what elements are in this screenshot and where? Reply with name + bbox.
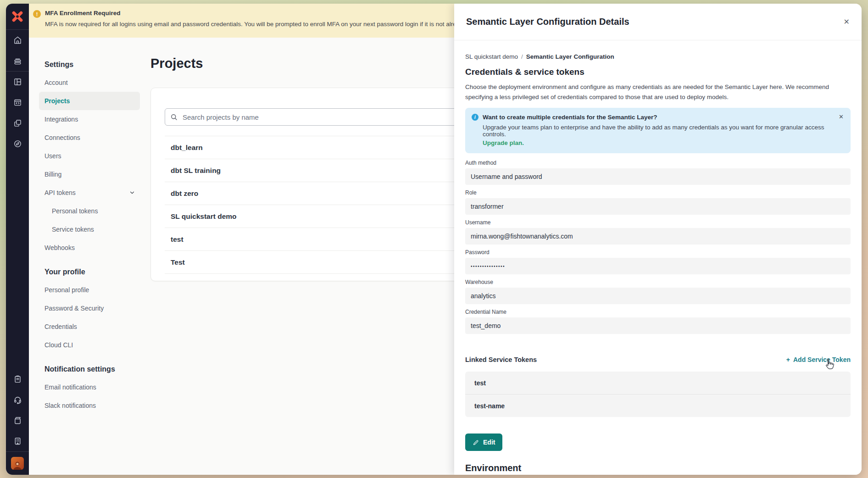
auth-method-label: Auth method xyxy=(465,160,851,166)
sidebar-item-personal-profile[interactable]: Personal profile xyxy=(39,281,140,299)
app-window: ! MFA Enrollment Required MFA is now req… xyxy=(6,4,862,475)
search-icon xyxy=(170,113,178,121)
profile-section-title: Your profile xyxy=(45,268,145,276)
warehouse-field[interactable] xyxy=(465,288,851,304)
sidebar-item-email-notifications[interactable]: Email notifications xyxy=(39,378,140,396)
avatar[interactable] xyxy=(11,457,24,470)
info-banner-body: Upgrade your teams plan to enterprise an… xyxy=(483,124,843,138)
plus-icon: + xyxy=(786,356,790,363)
linked-service-tokens-label: Linked Service Tokens xyxy=(465,356,537,363)
sidebar-item-label: Integrations xyxy=(45,116,78,123)
upgrade-info-banner: i Want to create multiple credentials fo… xyxy=(465,108,851,153)
password-field[interactable] xyxy=(465,258,851,274)
sidebar-item-personal-tokens[interactable]: Personal tokens xyxy=(39,202,147,220)
sidebar-item-webhooks[interactable]: Webhooks xyxy=(39,239,140,257)
warning-icon: ! xyxy=(33,10,41,18)
semantic-layer-panel: Semantic Layer Configuration Details ✕ S… xyxy=(454,4,862,475)
sidebar-item-label: Webhooks xyxy=(45,244,75,251)
banner-title: MFA Enrollment Required xyxy=(45,10,466,17)
explore-icon[interactable] xyxy=(6,133,29,154)
sidebar-item-label: API tokens xyxy=(45,189,76,196)
develop-icon[interactable] xyxy=(6,92,29,113)
breadcrumb-parent[interactable]: SL quickstart demo xyxy=(465,53,518,60)
dbt-logo[interactable] xyxy=(6,4,29,30)
sidebar-item-credentials[interactable]: Credentials xyxy=(39,317,140,336)
sidebar-item-label: Service tokens xyxy=(52,226,94,233)
sidebar-item-label: Projects xyxy=(45,97,70,105)
sidebar-item-label: Personal profile xyxy=(45,286,89,294)
organization-icon[interactable] xyxy=(6,431,29,451)
sidebar-item-integrations[interactable]: Integrations xyxy=(39,110,140,128)
service-tokens-list: test test-name xyxy=(465,372,851,417)
warehouse-label: Warehouse xyxy=(465,279,851,285)
chevron-down-icon xyxy=(129,189,135,196)
breadcrumb-current: Semantic Layer Configuration xyxy=(526,53,614,60)
sidebar-item-cloud-cli[interactable]: Cloud CLI xyxy=(39,336,140,354)
info-close-icon[interactable]: ✕ xyxy=(839,113,844,120)
sidebar-item-projects[interactable]: Projects xyxy=(39,92,140,110)
notes-icon[interactable] xyxy=(6,369,29,389)
deploy-icon[interactable] xyxy=(6,50,29,71)
edit-button[interactable]: Edit xyxy=(465,434,502,451)
credentials-form: Auth method Role Username Password Wareh… xyxy=(465,160,851,334)
support-icon[interactable] xyxy=(6,389,29,410)
sidebar-item-label: Billing xyxy=(45,171,61,178)
role-field[interactable] xyxy=(465,198,851,215)
sidebar-item-billing[interactable]: Billing xyxy=(39,165,140,183)
password-label: Password xyxy=(465,249,851,256)
info-icon: i xyxy=(472,114,479,121)
sidebar-item-slack-notifications[interactable]: Slack notifications xyxy=(39,396,140,415)
sidebar-item-users[interactable]: Users xyxy=(39,147,140,165)
projects-icon[interactable] xyxy=(6,113,29,133)
docs-icon[interactable] xyxy=(6,410,29,431)
pencil-icon xyxy=(473,439,479,446)
avatar-container xyxy=(6,451,29,475)
sidebar-item-label: Slack notifications xyxy=(45,402,96,409)
banner-message: MFA is now required for all logins using… xyxy=(45,21,466,28)
sidebar-item-service-tokens[interactable]: Service tokens xyxy=(39,220,147,239)
settings-nav-title: Settings xyxy=(45,61,145,69)
edit-button-label: Edit xyxy=(483,439,495,446)
sidebar-item-password-security[interactable]: Password & Security xyxy=(39,299,140,317)
breadcrumb: SL quickstart demo / Semantic Layer Conf… xyxy=(465,53,851,60)
environment-section-title: Environment xyxy=(465,463,851,473)
sidebar-item-connections[interactable]: Connections xyxy=(39,128,140,147)
rail-bottom-group xyxy=(6,369,29,475)
service-token-row[interactable]: test xyxy=(465,372,851,395)
role-label: Role xyxy=(465,189,851,196)
panel-body: SL quickstart demo / Semantic Layer Conf… xyxy=(454,40,862,475)
icon-rail xyxy=(6,4,29,475)
sidebar-item-label: Users xyxy=(45,152,61,160)
close-icon[interactable]: ✕ xyxy=(844,17,850,26)
settings-nav: Settings Account Projects Integrations C… xyxy=(29,54,145,475)
sidebar-item-label: Connections xyxy=(45,134,80,141)
dashboard-icon[interactable] xyxy=(6,72,29,92)
home-icon[interactable] xyxy=(6,30,29,50)
sidebar-item-account[interactable]: Account xyxy=(39,73,140,92)
sidebar-item-api-tokens[interactable]: API tokens xyxy=(39,183,140,202)
credentials-section-title: Credentials & service tokens xyxy=(465,67,851,77)
username-label: Username xyxy=(465,219,851,226)
service-token-row[interactable]: test-name xyxy=(465,395,851,417)
info-banner-title: Want to create multiple credentials for … xyxy=(483,114,657,121)
dbt-logo-icon xyxy=(10,9,25,24)
upgrade-plan-link[interactable]: Upgrade plan. xyxy=(483,139,524,146)
sidebar-item-label: Personal tokens xyxy=(52,207,98,215)
panel-title: Semantic Layer Configuration Details xyxy=(466,17,629,27)
sidebar-item-label: Credentials xyxy=(45,323,77,330)
breadcrumb-separator: / xyxy=(521,53,523,60)
sidebar-item-label: Email notifications xyxy=(45,384,96,391)
credential-name-label: Credential Name xyxy=(465,309,851,315)
main-area: ! MFA Enrollment Required MFA is now req… xyxy=(29,4,862,475)
sidebar-item-label: Cloud CLI xyxy=(45,341,73,349)
sidebar-item-label: Password & Security xyxy=(45,305,104,312)
credentials-section-description: Choose the deployment environment and co… xyxy=(465,82,851,102)
panel-header: Semantic Layer Configuration Details ✕ xyxy=(454,4,862,40)
add-service-token-button[interactable]: + Add Service Token xyxy=(786,356,851,363)
credential-name-field[interactable] xyxy=(465,317,851,334)
notifications-section-title: Notification settings xyxy=(45,365,145,373)
username-field[interactable] xyxy=(465,228,851,245)
auth-method-field[interactable] xyxy=(465,168,851,185)
sidebar-item-label: Account xyxy=(45,79,68,86)
add-service-token-label: Add Service Token xyxy=(793,356,851,363)
